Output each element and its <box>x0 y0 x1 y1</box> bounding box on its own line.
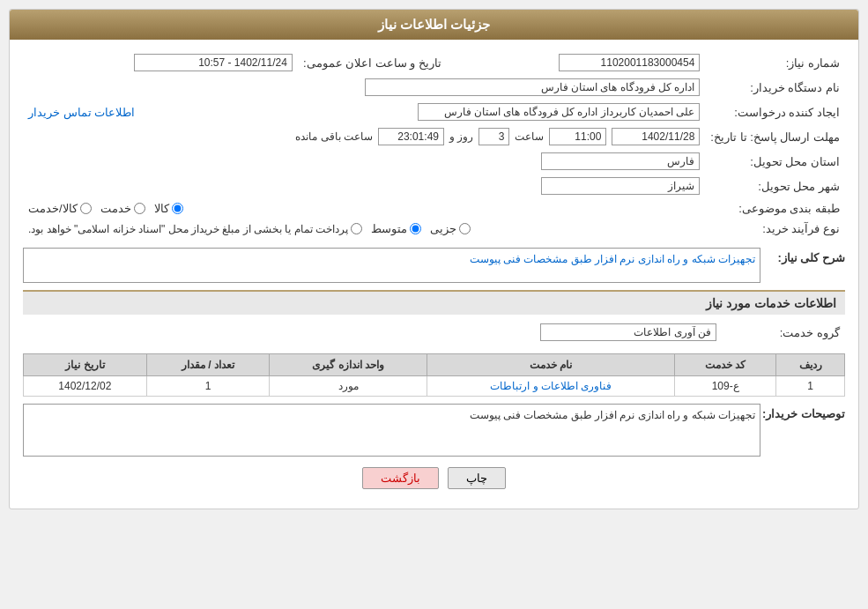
purchase-type-partial-label: جزیی <box>430 222 456 235</box>
category-kala-khidmat-label: کالا/خدمت <box>28 202 78 215</box>
footer-buttons: چاپ بازگشت <box>23 467 845 498</box>
deadline-countdown-label: ساعت باقی مانده <box>295 130 373 143</box>
category-khidmat[interactable]: خدمت <box>100 202 145 215</box>
need-number-input[interactable] <box>559 54 700 71</box>
cell-quantity: 1 <box>146 376 270 397</box>
buyer-desc-value: تجهیزات شبکه و راه اندازی نرم افزار طبق … <box>23 404 760 457</box>
deadline-time-label: ساعت <box>515 130 544 143</box>
general-desc-label: شرح کلی نیاز: <box>766 248 845 264</box>
customer-org-label: نام دستگاه خریدار: <box>705 75 845 100</box>
cell-name[interactable]: فناوری اطلاعات و ارتباطات <box>427 376 675 397</box>
col-date: تاریخ نیاز <box>24 354 147 376</box>
col-unit: واحد اندازه گیری <box>270 354 427 376</box>
cell-code: ع-109 <box>675 376 776 397</box>
category-kala-khidmat-radio[interactable] <box>80 203 92 214</box>
requester-label: ایجاد کننده درخواست: <box>705 100 845 124</box>
purchase-type-label: نوع فرآیند خرید: <box>705 219 845 239</box>
announcement-date-label: تاریخ و ساعت اعلان عمومی: <box>298 50 459 75</box>
print-button[interactable]: چاپ <box>448 467 506 489</box>
need-number-label: شماره نیاز: <box>705 50 845 75</box>
info-table-top: شماره نیاز: تاریخ و ساعت اعلان عمومی: نا… <box>23 50 845 239</box>
general-desc-value: تجهیزات شبکه و راه اندازی نرم افزار طبق … <box>23 248 760 283</box>
city-input[interactable] <box>541 177 700 195</box>
city-label: شهر محل تحویل: <box>705 174 845 198</box>
category-kala[interactable]: کالا <box>154 202 183 215</box>
purchase-type-partial[interactable]: جزیی <box>430 222 471 235</box>
table-row: 1 ع-109 فناوری اطلاعات و ارتباطات مورد 1… <box>24 376 845 397</box>
deadline-label: مهلت ارسال پاسخ: تا تاریخ: <box>705 124 845 149</box>
col-name: نام خدمت <box>427 354 675 376</box>
buyer-desc-label: توصیحات خریدار: <box>766 404 845 420</box>
purchase-type-medium[interactable]: متوسط <box>371 222 421 235</box>
purchase-type-medium-radio[interactable] <box>410 223 421 234</box>
category-kala-label: کالا <box>154 202 169 215</box>
purchase-type-note-item: پرداخت تمام یا بخشی از مبلغ خریداز محل "… <box>28 223 362 235</box>
service-group-table: گروه خدمت: <box>23 320 845 345</box>
services-section-header: اطلاعات خدمات مورد نیاز <box>23 290 845 315</box>
province-input[interactable] <box>541 152 700 170</box>
general-desc-row: شرح کلی نیاز: تجهیزات شبکه و راه اندازی … <box>23 248 845 283</box>
back-button[interactable]: بازگشت <box>362 467 439 489</box>
deadline-days-input[interactable] <box>479 128 509 145</box>
col-row: ردیف <box>776 354 845 376</box>
deadline-days-label: روز و <box>449 130 473 143</box>
main-card: جزئیات اطلاعات نیاز شماره نیاز: تاریخ و … <box>9 9 859 509</box>
cell-unit: مورد <box>270 376 427 397</box>
province-label: استان محل تحویل: <box>705 149 845 174</box>
purchase-type-medium-label: متوسط <box>371 222 407 235</box>
category-khidmat-radio[interactable] <box>134 203 145 214</box>
col-code: کد خدمت <box>675 354 776 376</box>
deadline-date-input[interactable] <box>612 128 700 145</box>
service-group-label: گروه خدمت: <box>722 320 845 345</box>
purchase-type-note-radio[interactable] <box>351 223 362 234</box>
requester-contact-link[interactable]: اطلاعات تماس خریدار <box>28 106 135 119</box>
announcement-date-input[interactable] <box>134 54 293 71</box>
page-wrapper: جزئیات اطلاعات نیاز شماره نیاز: تاریخ و … <box>0 0 868 609</box>
requester-input[interactable] <box>418 103 700 121</box>
category-khidmat-label: خدمت <box>100 202 131 215</box>
card-body: شماره نیاز: تاریخ و ساعت اعلان عمومی: نا… <box>10 40 858 509</box>
buyer-desc-row: توصیحات خریدار: تجهیزات شبکه و راه انداز… <box>23 404 845 457</box>
page-title: جزئیات اطلاعات نیاز <box>10 10 858 40</box>
service-group-input[interactable] <box>540 323 716 341</box>
deadline-countdown-input[interactable] <box>378 128 444 145</box>
services-table: ردیف کد خدمت نام خدمت واحد اندازه گیری ت… <box>23 353 845 397</box>
cell-row: 1 <box>776 376 845 397</box>
customer-org-input[interactable] <box>365 78 700 96</box>
cell-date: 1402/12/02 <box>24 376 147 397</box>
deadline-time-input[interactable] <box>549 128 606 145</box>
purchase-type-note-text: پرداخت تمام یا بخشی از مبلغ خریداز محل "… <box>28 223 348 235</box>
col-quantity: تعداد / مقدار <box>146 354 270 376</box>
category-kala-radio[interactable] <box>172 203 183 214</box>
purchase-type-partial-radio[interactable] <box>459 223 471 234</box>
category-label: طبقه بندی موضوعی: <box>705 198 845 219</box>
category-kala-khidmat[interactable]: کالا/خدمت <box>28 202 92 215</box>
